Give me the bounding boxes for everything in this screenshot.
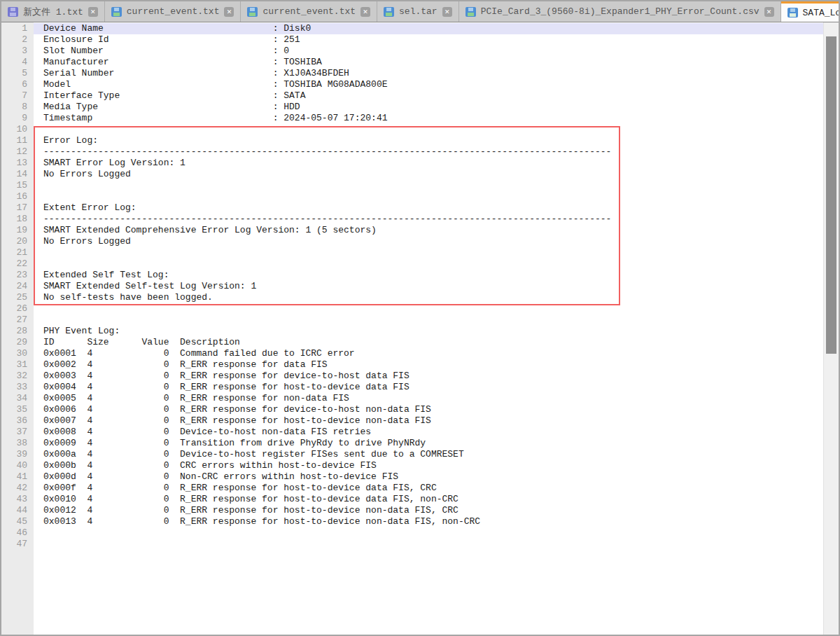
text-line[interactable]: ID Size Value Description [34, 337, 823, 348]
text-line[interactable]: SMART Error Log Version: 1 [34, 158, 823, 169]
line-number[interactable]: 33 [1, 382, 27, 393]
text-line[interactable] [34, 247, 823, 258]
text-line[interactable] [34, 124, 823, 135]
text-line[interactable] [34, 258, 823, 270]
text-line[interactable] [34, 539, 823, 550]
text-line[interactable]: Serial Number : X1J0A34BFDEH [34, 68, 823, 79]
line-number[interactable]: 7 [1, 90, 27, 102]
line-number[interactable]: 14 [1, 169, 27, 180]
close-tab-icon[interactable]: ✕ [224, 7, 234, 17]
line-number[interactable]: 43 [1, 494, 27, 505]
line-number[interactable]: 42 [1, 483, 27, 494]
text-line[interactable]: 0x0012 4 0 R_ERR response for host-to-de… [34, 505, 823, 516]
line-number[interactable]: 37 [1, 427, 27, 438]
line-number[interactable]: 10 [1, 124, 27, 135]
text-line[interactable]: Device Name : Disk0 [34, 23, 823, 34]
line-number[interactable]: 23 [1, 270, 27, 281]
close-tab-icon[interactable]: ✕ [442, 7, 452, 17]
text-line[interactable] [34, 180, 823, 191]
line-number[interactable]: 12 [1, 146, 27, 158]
text-line[interactable]: 0x0008 4 0 Device-to-host non-data FIS r… [34, 427, 823, 438]
text-line[interactable]: Enclosure Id : 251 [34, 34, 823, 46]
text-line[interactable]: Slot Number : 0 [34, 46, 823, 57]
text-line[interactable] [34, 303, 823, 314]
text-line[interactable]: 0x0004 4 0 R_ERR response for host-to-de… [34, 382, 823, 393]
text-line[interactable]: SMART Extended Comprehensive Error Log V… [34, 225, 823, 236]
text-line[interactable]: 0x0003 4 0 R_ERR response for device-to-… [34, 371, 823, 382]
text-line[interactable]: Interface Type : SATA [34, 90, 823, 102]
line-number[interactable]: 40 [1, 460, 27, 471]
scrollbar-thumb[interactable] [826, 36, 836, 354]
line-number[interactable]: 32 [1, 371, 27, 382]
line-number[interactable]: 36 [1, 415, 27, 427]
vertical-scrollbar[interactable] [823, 22, 839, 635]
text-line[interactable] [34, 191, 823, 202]
line-number[interactable]: 8 [1, 102, 27, 113]
text-line[interactable]: 0x0005 4 0 R_ERR response for non-data F… [34, 393, 823, 404]
tab-PCIe_Card_3_(9560-8i)_Expander1_PHY_Error_Count.csv[interactable]: PCIe_Card_3_(9560-8i)_Expander1_PHY_Erro… [459, 1, 781, 22]
tab-sel.tar[interactable]: sel.tar✕ [377, 1, 459, 22]
line-number[interactable]: 11 [1, 135, 27, 146]
text-line[interactable]: 0x0010 4 0 R_ERR response for host-to-de… [34, 494, 823, 505]
text-line[interactable]: Manufacturer : TOSHIBA [34, 57, 823, 68]
text-line[interactable]: 0x000b 4 0 CRC errors within host-to-dev… [34, 460, 823, 471]
text-line[interactable]: No Errors Logged [34, 169, 823, 180]
line-number[interactable]: 38 [1, 438, 27, 449]
tab-current_event.txt[interactable]: current_event.txt✕ [105, 1, 241, 22]
text-line[interactable]: ----------------------------------------… [34, 146, 823, 158]
tab-新文件 1.txt[interactable]: 新文件 1.txt✕ [1, 1, 105, 22]
line-number[interactable]: 30 [1, 348, 27, 359]
line-number[interactable]: 5 [1, 68, 27, 79]
tab-current_event.txt[interactable]: current_event.txt✕ [241, 1, 377, 22]
line-number[interactable]: 28 [1, 326, 27, 337]
code-area[interactable]: Device Name : Disk0Enclosure Id : 251Slo… [34, 22, 823, 635]
text-line[interactable]: 0x0001 4 0 Command failed due to ICRC er… [34, 348, 823, 359]
line-number[interactable]: 39 [1, 449, 27, 460]
line-number[interactable]: 2 [1, 34, 27, 46]
close-tab-icon[interactable]: ✕ [88, 7, 98, 17]
line-number[interactable]: 35 [1, 404, 27, 415]
text-line[interactable]: No self-tests have been logged. [34, 292, 823, 303]
text-line[interactable]: 0x000d 4 0 Non-CRC errors within host-to… [34, 471, 823, 483]
line-number[interactable]: 26 [1, 303, 27, 314]
line-number[interactable]: 29 [1, 337, 27, 348]
text-line[interactable]: ----------------------------------------… [34, 214, 823, 225]
text-line[interactable]: Extent Error Log: [34, 202, 823, 214]
text-line[interactable]: SMART Extended Self-test Log Version: 1 [34, 281, 823, 292]
line-number[interactable]: 1 [1, 23, 27, 34]
line-number[interactable]: 9 [1, 113, 27, 124]
line-number[interactable]: 18 [1, 214, 27, 225]
line-number[interactable]: 46 [1, 527, 27, 539]
text-line[interactable]: 0x0002 4 0 R_ERR response for data FIS [34, 359, 823, 371]
text-line[interactable]: 0x0007 4 0 R_ERR response for host-to-de… [34, 415, 823, 427]
line-number[interactable]: 24 [1, 281, 27, 292]
line-number[interactable]: 17 [1, 202, 27, 214]
line-number[interactable]: 6 [1, 79, 27, 90]
line-number[interactable]: 16 [1, 191, 27, 202]
line-number[interactable]: 22 [1, 258, 27, 270]
text-line[interactable]: Extended Self Test Log: [34, 270, 823, 281]
line-number[interactable]: 47 [1, 539, 27, 550]
text-line[interactable]: Media Type : HDD [34, 102, 823, 113]
text-line[interactable]: Error Log: [34, 135, 823, 146]
text-editor-area[interactable]: 1234567891011121314151617181920212223242… [1, 22, 839, 635]
text-line[interactable]: Timestamp : 2024-05-07 17:20:41 [34, 113, 823, 124]
text-line[interactable]: 0x0006 4 0 R_ERR response for device-to-… [34, 404, 823, 415]
line-number[interactable]: 25 [1, 292, 27, 303]
line-number[interactable]: 4 [1, 57, 27, 68]
line-number[interactable]: 3 [1, 46, 27, 57]
text-line[interactable]: 0x0013 4 0 R_ERR response for host-to-de… [34, 516, 823, 527]
close-tab-icon[interactable]: ✕ [764, 7, 774, 17]
text-line[interactable]: 0x0009 4 0 Transition from drive PhyRdy … [34, 438, 823, 449]
line-number[interactable]: 27 [1, 314, 27, 326]
line-number[interactable]: 21 [1, 247, 27, 258]
text-line[interactable]: Model : TOSHIBA MG08ADA800E [34, 79, 823, 90]
line-number[interactable]: 31 [1, 359, 27, 371]
line-number[interactable]: 34 [1, 393, 27, 404]
line-number[interactable]: 15 [1, 180, 27, 191]
tab-SATA_Log[interactable]: SATA_Log✕ [781, 1, 840, 22]
text-line[interactable]: 0x000f 4 0 R_ERR response for host-to-de… [34, 483, 823, 494]
line-number[interactable]: 19 [1, 225, 27, 236]
line-number[interactable]: 45 [1, 516, 27, 527]
text-line[interactable] [34, 314, 823, 326]
